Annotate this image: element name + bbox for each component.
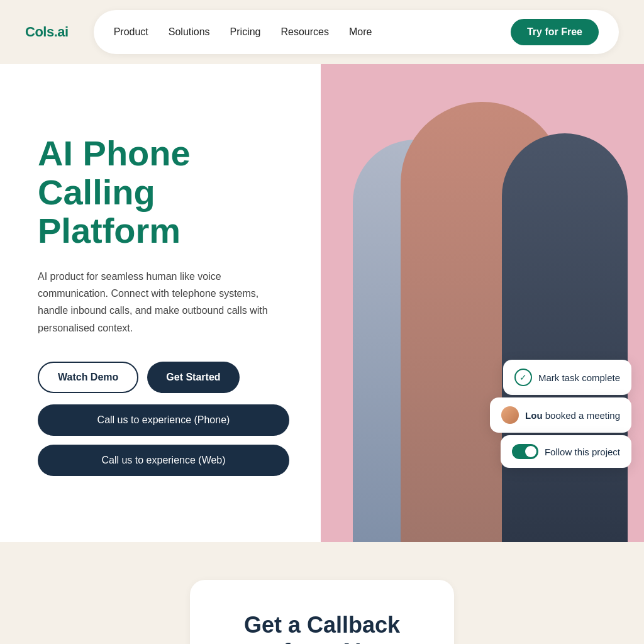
booked-text: Lou booked a meeting	[525, 410, 620, 421]
bottom-section: Get a Callback from AI Agents 💬	[0, 542, 644, 644]
booked-meeting-card: Lou booked a meeting	[490, 397, 631, 433]
follow-project-card[interactable]: Follow this project	[501, 435, 631, 468]
hero-left: AI Phone Calling Platform AI product for…	[0, 64, 321, 542]
nav-solutions[interactable]: Solutions	[169, 26, 210, 38]
hero-title: AI Phone Calling Platform	[38, 134, 289, 250]
callback-card: Get a Callback from AI Agents	[190, 580, 454, 644]
nav-resources[interactable]: Resources	[281, 26, 329, 38]
follow-toggle[interactable]	[512, 444, 538, 459]
get-started-button[interactable]: Get Started	[147, 362, 239, 393]
hero-section: AI Phone Calling Platform AI product for…	[0, 64, 644, 542]
hero-background: ✓ Mark task complete Lou booked a meetin…	[321, 64, 644, 542]
hero-primary-buttons: Watch Demo Get Started	[38, 362, 289, 393]
call-web-button[interactable]: Call us to experience (Web)	[38, 445, 289, 476]
watch-demo-button[interactable]: Watch Demo	[38, 362, 138, 393]
hero-right: ✓ Mark task complete Lou booked a meetin…	[321, 64, 644, 542]
nav-links: Product Solutions Pricing Resources More	[114, 26, 488, 38]
mark-task-card[interactable]: ✓ Mark task complete	[503, 360, 631, 395]
logo: Cols.ai	[25, 24, 69, 40]
person-right	[502, 133, 628, 542]
check-circle-icon: ✓	[514, 369, 532, 386]
nav-more[interactable]: More	[349, 26, 372, 38]
navbar: Product Solutions Pricing Resources More…	[94, 10, 619, 54]
lou-avatar	[501, 406, 519, 424]
try-for-free-button[interactable]: Try for Free	[511, 19, 599, 45]
call-phone-button[interactable]: Call us to experience (Phone)	[38, 404, 289, 436]
hero-description: AI product for seamless human like voice…	[38, 268, 277, 336]
nav-pricing[interactable]: Pricing	[230, 26, 261, 38]
mark-task-label: Mark task complete	[538, 372, 620, 383]
follow-project-label: Follow this project	[545, 447, 620, 457]
callback-title: Get a Callback from AI Agents	[228, 611, 416, 644]
nav-product[interactable]: Product	[114, 26, 148, 38]
